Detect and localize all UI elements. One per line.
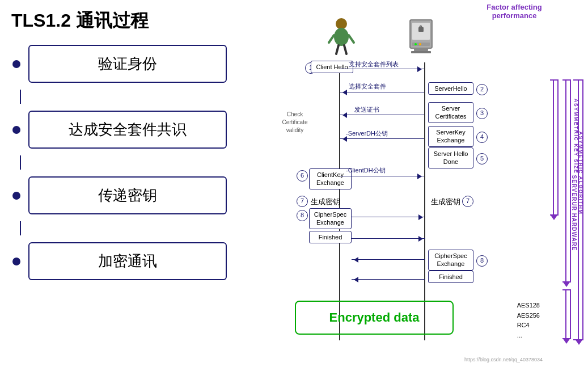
aes-labels: AES128 AES256 RC4 ... [517, 301, 540, 340]
cipherspec-server-box: CipherSpecExchange [428, 250, 473, 271]
finished-client-box: Finished [309, 231, 352, 243]
gen-key-client: 生成密钥 [311, 197, 340, 207]
client-hello-box: Client Hello [311, 61, 353, 73]
etc-label: ... [517, 331, 540, 341]
step-8-client-num: 8 [297, 210, 308, 221]
arrow-finished-server [352, 279, 425, 280]
step-8-server-num: 8 [476, 255, 488, 267]
encrypted-data-box: Encrypted data [295, 301, 454, 335]
arrow-asym-line [565, 79, 566, 281]
step-dot-2 [12, 126, 20, 134]
aes128-label: AES128 [517, 301, 540, 311]
arrow-6 [340, 176, 424, 176]
rc4-label: RC4 [517, 320, 540, 331]
asym-algorithm-bottom-bracket [562, 289, 571, 339]
step-2-num: 2 [476, 84, 488, 95]
client-icon [326, 17, 357, 59]
step-4-num: 4 [476, 132, 488, 143]
arrow-2 [340, 92, 424, 92]
arrow-1-label: 支持安全套件列表 [349, 60, 399, 69]
gen-key-server: 生成密钥 [431, 197, 460, 207]
arrow-4 [340, 138, 424, 139]
arrow-3 [340, 115, 424, 115]
step-dot-4 [12, 258, 20, 265]
step-box-1: 验证身份 [28, 45, 227, 83]
step-5-num: 5 [476, 153, 488, 164]
arrow-asym-bottom-head [562, 338, 570, 348]
server-hello-done-box: Server HelloDone [428, 147, 473, 168]
step-7-client-num: 7 [297, 196, 308, 207]
svg-point-10 [419, 43, 421, 45]
svg-rect-11 [414, 48, 428, 51]
asym-key-size-label: ASYMMETRIC KEY SIZE [573, 99, 579, 174]
aes256-label: AES256 [517, 311, 540, 321]
asym-key-size-bracket [550, 79, 559, 216]
step-3-num: 3 [476, 108, 488, 119]
arrow-finished-client [352, 238, 425, 239]
svg-line-2 [329, 35, 334, 43]
right-panel: Factor affectingperformance [238, 0, 588, 367]
left-panel: TLS1.2 通讯过程 验证身份 达成安全套件共识 传递密钥 加密通讯 [0, 0, 238, 367]
arrow-key-line [553, 79, 554, 214]
step-6-num: 6 [297, 170, 308, 182]
svg-line-5 [344, 45, 346, 54]
main-title: TLS1.2 通讯过程 [11, 9, 227, 33]
encrypted-data-label: Encrypted data [329, 310, 420, 325]
server-timeline [424, 62, 425, 340]
server-certs-box: ServerCertificates [428, 102, 473, 123]
step-dot-1 [12, 60, 20, 68]
server-hello-box: ServerHello [428, 82, 473, 95]
arrow-cipherspec-client [352, 217, 425, 217]
arrow-1 [340, 69, 424, 69]
arrow-3-label: 发送证书 [354, 106, 379, 114]
arrow-6-label: -ClientDH公钥 [346, 166, 386, 175]
svg-point-1 [334, 28, 349, 46]
svg-line-3 [349, 35, 354, 43]
finished-server-box: Finished [428, 271, 473, 283]
arrow-hardware-head [575, 339, 583, 349]
connector-3 [20, 221, 21, 235]
check-cert-text: CheckCertificatevalidity [272, 111, 318, 134]
arrow-4-label: -ServerDH公钥 [346, 129, 388, 138]
arrow-key-head [550, 214, 558, 224]
step-box-3: 传递密钥 [28, 176, 227, 214]
step-dot-3 [12, 192, 20, 200]
server-hardware-label: SERVERUR HARDWARE [570, 175, 577, 251]
step-box-2: 达成安全套件共识 [28, 111, 227, 149]
arrow-cipherspec-server [352, 259, 425, 260]
arrow-2-label: 选择安全套件 [349, 82, 386, 91]
arrow-asym-bottom-line [565, 289, 566, 338]
asym-algorithm-bracket [562, 79, 571, 282]
serverkey-box: ServerKeyExchange [428, 126, 473, 147]
step-7-server-num: 7 [462, 196, 473, 207]
svg-line-4 [336, 45, 339, 54]
cipherspec-client-box: CipherSpecExchange [309, 208, 352, 229]
connector-2 [20, 155, 21, 170]
step-box-4: 加密通讯 [28, 242, 227, 280]
factor-label: Factor affectingperformance [480, 3, 548, 20]
svg-rect-12 [411, 51, 431, 53]
svg-rect-13 [418, 27, 424, 32]
server-icon [405, 17, 437, 59]
clientkey-box: ClientKeyExchange [309, 168, 352, 189]
connector-1 [20, 90, 21, 104]
svg-point-9 [414, 43, 417, 45]
watermark: https://blog.csdn.net/qq_40378034 [464, 357, 543, 362]
